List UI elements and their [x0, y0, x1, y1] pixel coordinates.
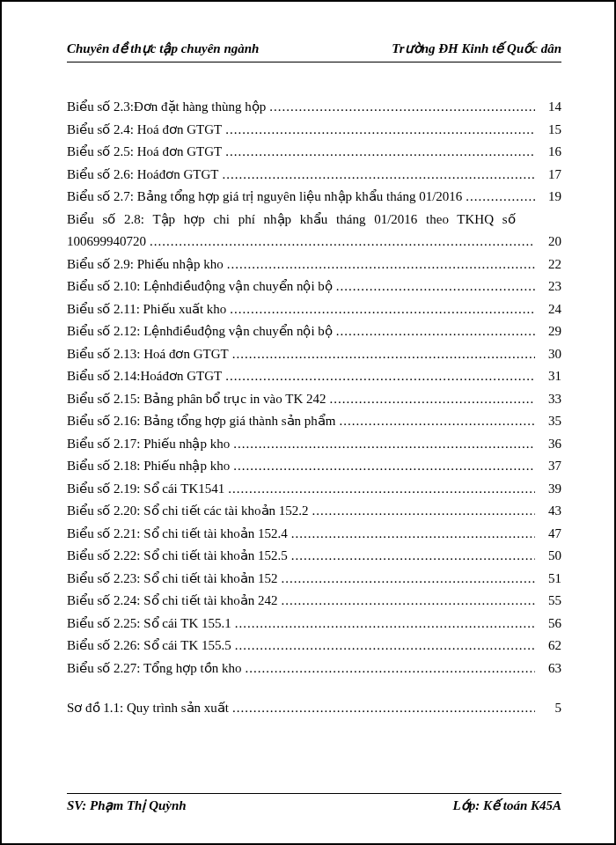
toc-label: 100699940720 — [67, 231, 146, 254]
toc-label: Biểu số 2.3:Đơn đặt hàng thùng hộp — [67, 96, 266, 119]
toc-entry: Biểu số 2.23: Sổ chi tiết tài khoản 1525… — [67, 568, 561, 591]
toc-page-number: 35 — [539, 410, 561, 433]
toc-entry: Biểu số 2.14:Hoáđơn GTGT31 — [67, 365, 561, 388]
toc-label: Biểu số 2.6: Hoáđơn GTGT — [67, 164, 218, 187]
toc-leader — [230, 298, 535, 321]
toc-entry: Biểu số 2.8: Tập hợp chi phí nhập khẩu t… — [67, 209, 561, 231]
toc-entry: Biểu số 2.6: Hoáđơn GTGT17 — [67, 164, 561, 187]
toc-entry: Biểu số 2.17: Phiếu nhập kho36 — [67, 433, 561, 456]
toc-leader — [225, 141, 535, 164]
toc-entry: Biểu số 2.16: Bảng tổng hợp giá thành sả… — [67, 410, 561, 433]
toc-leader — [227, 254, 535, 276]
page: Chuyên đề thực tập chuyên ngành Trường Đ… — [0, 0, 616, 845]
toc-label: Biểu số 2.20: Sổ chi tiết các tài khoản … — [67, 500, 309, 523]
toc-leader — [235, 635, 535, 658]
toc-leader — [282, 568, 535, 591]
toc-page-number: 15 — [539, 119, 561, 142]
toc-entry: Biểu số 2.4: Hoá đơn GTGT15 — [67, 119, 561, 142]
toc-leader — [225, 365, 535, 388]
toc-page-number: 55 — [539, 590, 561, 613]
toc-page-number: 24 — [539, 298, 561, 321]
toc-leader — [466, 186, 535, 209]
toc-entry: Biểu số 2.27: Tổng hợp tồn kho63 — [67, 658, 561, 680]
toc-entry: Biểu số 2.25: Sổ cái TK 155.156 — [67, 613, 561, 636]
toc-entry: Biểu số 2.19: Sổ cái TK154139 — [67, 478, 561, 501]
toc-page-number: 50 — [539, 545, 561, 568]
toc-label: Biểu số 2.16: Bảng tổng hợp giá thành sả… — [67, 410, 336, 433]
toc-page-number: 17 — [539, 164, 561, 187]
toc-page-number: 56 — [539, 613, 561, 636]
toc-label: Biểu số 2.15: Bảng phân bổ trục in vào T… — [67, 388, 326, 411]
toc-leader — [228, 478, 535, 501]
toc-label: Biểu số 2.21: Sổ chi tiết tài khoản 152.… — [67, 523, 288, 546]
toc-leader — [336, 320, 535, 343]
toc-leader — [222, 164, 535, 187]
toc-page-number: 20 — [539, 231, 561, 254]
toc-page-number: 37 — [539, 455, 561, 478]
toc-label: Biểu số 2.7: Bảng tổng hợp giá trị nguyê… — [67, 186, 462, 209]
toc-label: Biểu số 2.17: Phiếu nhập kho — [67, 433, 230, 456]
toc-leader — [312, 500, 535, 523]
toc-label: Biểu số 2.4: Hoá đơn GTGT — [67, 119, 222, 142]
toc-page-number: 30 — [539, 343, 561, 366]
toc-page-number: 51 — [539, 568, 561, 591]
toc: Biểu số 2.3:Đơn đặt hàng thùng hộp14Biểu… — [67, 96, 561, 793]
toc-page-number: 33 — [539, 388, 561, 411]
toc-page-number: 5 — [539, 697, 561, 720]
toc-leader — [246, 658, 536, 680]
toc-leader — [233, 433, 535, 456]
toc-page-number: 14 — [539, 96, 561, 119]
toc-entry: Biểu số 2.26: Sổ cái TK 155.562 — [67, 635, 561, 658]
toc-page-number: 63 — [539, 658, 561, 680]
toc-entry: Biểu số 2.11: Phiếu xuất kho24 — [67, 298, 561, 321]
page-header: Chuyên đề thực tập chuyên ngành Trường Đ… — [67, 40, 561, 56]
toc-entry: Biểu số 2.18: Phiếu nhập kho37 — [67, 455, 561, 478]
toc-entry: Biểu số 2.24: Sổ chi tiết tài khoản 2425… — [67, 590, 561, 613]
toc-page-number: 62 — [539, 635, 561, 658]
toc-leader — [291, 523, 535, 546]
header-right: Trường ĐH Kinh tế Quốc dân — [392, 40, 561, 56]
footer-right: Lớp: Kế toán K45A — [453, 797, 561, 813]
toc-page-number: 16 — [539, 141, 561, 164]
toc-label: Biểu số 2.9: Phiếu nhập kho — [67, 254, 224, 276]
toc-leader — [269, 96, 535, 119]
toc-entry: Biểu số 2.22: Sổ chi tiết tài khoản 152.… — [67, 545, 561, 568]
toc-leader — [282, 590, 535, 613]
toc-label: Biểu số 2.23: Sổ chi tiết tài khoản 152 — [67, 568, 278, 591]
toc-label: Biểu số 2.8: Tập hợp chi phí nhập khẩu t… — [67, 209, 561, 231]
toc-label: Biểu số 2.25: Sổ cái TK 155.1 — [67, 613, 231, 636]
toc-page-number: 36 — [539, 433, 561, 456]
toc-entry: Biểu số 2.9: Phiếu nhập kho22 — [67, 254, 561, 276]
toc-label: Biểu số 2.22: Sổ chi tiết tài khoản 152.… — [67, 545, 288, 568]
toc-entry: Biểu số 2.7: Bảng tổng hợp giá trị nguyê… — [67, 186, 561, 209]
toc-entry: Sơ đồ 1.1: Quy trình sản xuất5 — [67, 697, 561, 720]
toc-label: Sơ đồ 1.1: Quy trình sản xuất — [67, 697, 229, 720]
toc-entry: Biểu số 2.21: Sổ chi tiết tài khoản 152.… — [67, 523, 561, 546]
toc-section-gap — [67, 680, 561, 697]
toc-entry: Biểu số 2.20: Sổ chi tiết các tài khoản … — [67, 500, 561, 523]
toc-label: Biểu số 2.5: Hoá đơn GTGT — [67, 141, 222, 164]
toc-label: Biểu số 2.19: Sổ cái TK1541 — [67, 478, 224, 501]
toc-label: Biểu số 2.18: Phiếu nhập kho — [67, 455, 230, 478]
toc-entry: Biểu số 2.13: Hoá đơn GTGT30 — [67, 343, 561, 366]
toc-label: Biểu số 2.13: Hoá đơn GTGT — [67, 343, 229, 366]
footer-left: SV: Phạm Thị Quỳnh — [67, 797, 187, 813]
toc-entry-continuation: 10069994072020 — [67, 231, 561, 254]
toc-entry: Biểu số 2.10: Lệnhđiềuđộng vận chuyển nộ… — [67, 276, 561, 298]
toc-leader — [336, 276, 535, 298]
toc-leader — [232, 697, 535, 720]
toc-page-number: 47 — [539, 523, 561, 546]
toc-leader — [233, 455, 535, 478]
toc-page-number: 19 — [539, 186, 561, 209]
toc-label: Biểu số 2.27: Tổng hợp tồn kho — [67, 658, 242, 680]
toc-label: Biểu số 2.26: Sổ cái TK 155.5 — [67, 635, 231, 658]
toc-leader — [232, 343, 535, 366]
footer-rule — [67, 793, 561, 794]
toc-label: Biểu số 2.11: Phiếu xuất kho — [67, 298, 226, 321]
toc-label: Biểu số 2.10: Lệnhđiềuđộng vận chuyển nộ… — [67, 276, 333, 298]
toc-leader — [291, 545, 535, 568]
toc-entry: Biểu số 2.5: Hoá đơn GTGT16 — [67, 141, 561, 164]
toc-page-number: 31 — [539, 365, 561, 388]
header-left: Chuyên đề thực tập chuyên ngành — [67, 40, 259, 56]
toc-label: Biểu số 2.12: Lệnhđiềuđộng vận chuyển nộ… — [67, 320, 333, 343]
